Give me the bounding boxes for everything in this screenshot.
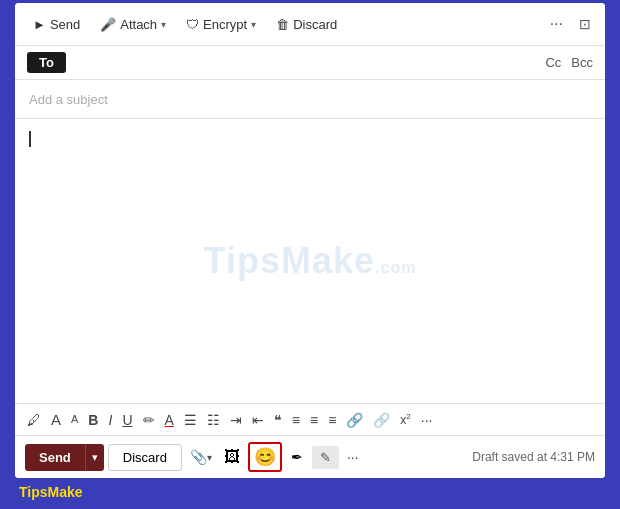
paperclip-icon: 📎 (190, 449, 207, 465)
highlight-button[interactable]: ✏ (139, 410, 159, 430)
cursor (29, 131, 31, 147)
quote-button[interactable]: ❝ (270, 410, 286, 430)
action-bar: Send ▾ Discard 📎 ▾ 🖼 😊 ✒ ✎ ··· Draft sav… (15, 435, 605, 478)
bcc-button[interactable]: Bcc (571, 55, 593, 70)
sign-button[interactable]: ✎ (312, 446, 339, 469)
signature-button[interactable]: ✒ (286, 446, 308, 468)
recipient-row: To Cc Bcc (15, 46, 605, 80)
font-size-up-button[interactable]: A (47, 409, 65, 430)
align-center-button[interactable]: ≡ (306, 410, 322, 430)
erase-format-button[interactable]: 🖊 (23, 410, 45, 430)
watermark: TipsMake.com (204, 240, 417, 282)
subject-row (15, 80, 605, 119)
align-left-button[interactable]: ≡ (288, 410, 304, 430)
remove-link-button[interactable]: 🔗 (369, 410, 394, 430)
outdent-button[interactable]: ⇤ (248, 410, 268, 430)
discard-action-button[interactable]: Discard (108, 444, 182, 471)
numbered-button[interactable]: ☷ (203, 410, 224, 430)
bold-button[interactable]: B (84, 410, 102, 430)
cc-button[interactable]: Cc (545, 55, 561, 70)
more-format-button[interactable]: ··· (417, 410, 437, 430)
footer-brand: TipsMake (19, 484, 83, 500)
italic-button[interactable]: I (104, 410, 116, 430)
indent-button[interactable]: ⇥ (226, 410, 246, 430)
send-button[interactable]: ► Send (25, 12, 88, 37)
font-color-button[interactable]: A (161, 410, 178, 430)
attach-action-chevron-icon: ▾ (207, 452, 212, 463)
cc-bcc-group: Cc Bcc (545, 55, 593, 70)
font-size-down-button[interactable]: A (67, 411, 82, 428)
attach-chevron-icon: ▾ (161, 19, 166, 30)
subject-input[interactable] (29, 92, 591, 107)
underline-button[interactable]: U (118, 410, 136, 430)
to-button[interactable]: To (27, 52, 66, 73)
send-group: Send ▾ (25, 444, 104, 471)
attach-button[interactable]: 🎤 Attach ▾ (92, 12, 174, 37)
bullets-button[interactable]: ☰ (180, 410, 201, 430)
insert-image-button[interactable]: 🖼 (220, 445, 244, 469)
draft-status: Draft saved at 4:31 PM (472, 450, 595, 464)
send-icon: ► (33, 17, 46, 32)
send-main-button[interactable]: Send (25, 444, 85, 471)
more-action-button[interactable]: ··· (343, 447, 363, 467)
more-button[interactable]: ··· (542, 11, 571, 37)
encrypt-button[interactable]: 🛡 Encrypt ▾ (178, 12, 264, 37)
align-right-button[interactable]: ≡ (324, 410, 340, 430)
discard-icon: 🗑 (276, 17, 289, 32)
discard-button[interactable]: 🗑 Discard (268, 12, 345, 37)
encrypt-chevron-icon: ▾ (251, 19, 256, 30)
encrypt-icon: 🛡 (186, 17, 199, 32)
attach-action-group[interactable]: 📎 ▾ (186, 449, 216, 465)
superscript-button[interactable]: x2 (396, 410, 414, 429)
attach-icon: 🎤 (100, 17, 116, 32)
emoji-button[interactable]: 😊 (248, 442, 282, 472)
expand-button[interactable]: ⊡ (575, 12, 595, 36)
top-toolbar: ► Send 🎤 Attach ▾ 🛡 Encrypt ▾ 🗑 Discard … (15, 3, 605, 46)
insert-link-button[interactable]: 🔗 (342, 410, 367, 430)
format-toolbar: 🖊 A A B I U ✏ A ☰ ☷ ⇥ ⇤ ❝ ≡ ≡ ≡ 🔗 🔗 x2 ·… (15, 403, 605, 435)
send-dropdown-button[interactable]: ▾ (85, 444, 104, 471)
body-area[interactable]: TipsMake.com (15, 119, 605, 403)
page-footer: TipsMake (15, 478, 605, 506)
